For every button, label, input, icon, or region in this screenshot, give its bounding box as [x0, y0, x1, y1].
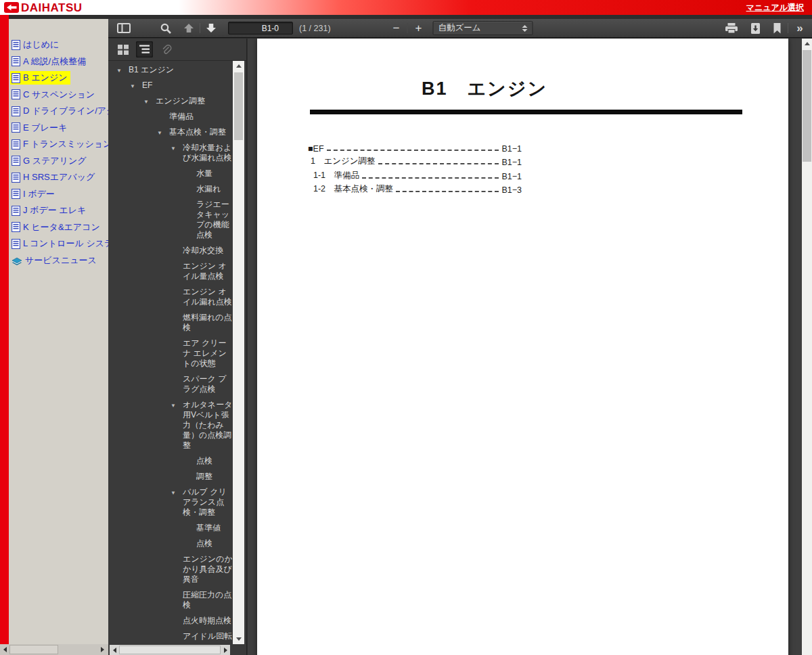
- collapse-triangle-icon[interactable]: ▼: [116, 66, 122, 76]
- scroll-left-icon[interactable]: [0, 644, 9, 655]
- scroll-thumb[interactable]: [119, 646, 221, 654]
- sidebar-item[interactable]: E ブレーキ: [10, 120, 108, 137]
- sidebar-item[interactable]: はじめに: [10, 37, 108, 53]
- scroll-thumb[interactable]: [803, 50, 811, 162]
- sidebar-item[interactable]: H SRSエアバッグ: [10, 169, 108, 186]
- outline-item[interactable]: エンジン オイル漏れ点検: [108, 287, 232, 307]
- sidebar-item-content: L コントロール システム: [10, 237, 108, 250]
- attachments-view-button[interactable]: [158, 41, 175, 58]
- document-page: B1 エンジン ■EFB1−11 エンジン調整B1−11-1 準備品B1−11-…: [257, 39, 788, 655]
- zoom-in-button[interactable]: +: [410, 20, 428, 37]
- sidebar-item[interactable]: B エンジン: [10, 70, 108, 87]
- sidebar-toggle-icon: [117, 23, 131, 33]
- scroll-thumb[interactable]: [234, 72, 243, 140]
- toc-page-number: B1−1: [501, 158, 522, 167]
- outline-item[interactable]: エンジン オイル量点検: [108, 261, 232, 281]
- collapse-triangle-icon[interactable]: ▼: [171, 401, 176, 411]
- sidebar-item[interactable]: L コントロール システム: [10, 235, 108, 252]
- page-number-input[interactable]: [228, 22, 293, 35]
- outline-item-label: エンジン調整: [156, 96, 205, 106]
- sidebar-item[interactable]: G ステアリング: [10, 153, 108, 170]
- outline-vscrollbar[interactable]: [233, 61, 244, 644]
- outline-item[interactable]: エンジンのかかり具合及び異音: [108, 554, 232, 585]
- outline-item-label: 冷却水交換: [183, 246, 223, 255]
- outline-item[interactable]: 準備品: [108, 112, 232, 122]
- doc-title: B1 エンジン: [268, 39, 701, 101]
- outline-item[interactable]: 冷却水交換: [108, 246, 232, 256]
- collapse-triangle-icon[interactable]: ▼: [143, 97, 149, 107]
- sidebar-item[interactable]: I ボデー: [10, 186, 108, 203]
- sidebar-item[interactable]: サービスニュース: [10, 252, 108, 269]
- outline-item[interactable]: ▼バルブ クリアランス点検・調整: [108, 487, 232, 518]
- sidebar-item-label: D ドライブライン/アクスル: [23, 105, 108, 117]
- main-vscrollbar[interactable]: [802, 39, 812, 655]
- outline-item-label: 調整: [196, 472, 212, 481]
- more-tools-button[interactable]: »: [790, 20, 808, 37]
- manual-select-link[interactable]: マニュアル選択: [746, 2, 804, 14]
- scroll-down-icon[interactable]: [233, 634, 244, 644]
- outline-item-label: エンジン オイル漏れ点検: [183, 287, 232, 307]
- scroll-thumb[interactable]: [9, 645, 58, 654]
- download-button[interactable]: [746, 20, 764, 37]
- bookmark-button[interactable]: [768, 20, 786, 37]
- sidebar-item-label: B エンジン: [23, 72, 68, 84]
- sidebar-item-content: H SRSエアバッグ: [10, 171, 97, 184]
- zoom-select[interactable]: 自動ズーム: [433, 21, 533, 35]
- outline-item[interactable]: 水量: [108, 168, 232, 179]
- outline-item[interactable]: 基準値: [108, 523, 232, 533]
- outline-item[interactable]: 点検: [108, 456, 232, 466]
- sidebar-item[interactable]: F トランスミッション: [10, 136, 108, 153]
- outline-item[interactable]: 点検: [108, 539, 232, 549]
- sidebar-item[interactable]: D ドライブライン/アクスル: [10, 103, 108, 120]
- outline-item-label: エア クリーナ エレメントの状態: [183, 338, 227, 368]
- collapse-triangle-icon[interactable]: ▼: [171, 143, 176, 154]
- outline-item[interactable]: 燃料漏れの点検: [108, 313, 232, 333]
- outline-item[interactable]: スパーク プラグ点検: [108, 374, 232, 394]
- document-icon: [12, 139, 20, 150]
- sidebar-item[interactable]: C サスペンション: [10, 87, 108, 104]
- outline-item[interactable]: ▼基本点検・調整: [108, 127, 232, 137]
- outline-hscrollbar[interactable]: [110, 645, 230, 655]
- outline-item[interactable]: ▼冷却水量および水漏れ点検: [108, 143, 232, 163]
- document-icon: [12, 239, 20, 249]
- page-up-button[interactable]: [180, 20, 198, 37]
- scroll-up-icon[interactable]: [233, 61, 244, 71]
- minus-icon: −: [393, 22, 400, 34]
- sidebar-item[interactable]: J ボデー エレキ: [10, 202, 108, 219]
- outline-item[interactable]: 調整: [108, 472, 232, 482]
- collapse-triangle-icon[interactable]: ▼: [157, 128, 162, 138]
- outline-item[interactable]: ▼B1 エンジン: [108, 65, 232, 75]
- collapse-triangle-icon[interactable]: ▼: [171, 488, 176, 498]
- sidebar-hscrollbar[interactable]: [0, 644, 108, 655]
- sidebar-item[interactable]: A 総説/点検整備: [10, 53, 108, 70]
- scroll-right-icon[interactable]: [97, 644, 107, 655]
- search-button[interactable]: [157, 20, 175, 37]
- scroll-right-icon[interactable]: [221, 645, 230, 655]
- sidebar-item[interactable]: K ヒータ&エアコン: [10, 219, 108, 236]
- outline-item[interactable]: ▼EF: [108, 81, 232, 91]
- book-icon: [12, 256, 22, 265]
- select-arrows-icon: [522, 25, 528, 32]
- sidebar-item-label: C サスペンション: [23, 89, 95, 101]
- zoom-out-button[interactable]: −: [388, 20, 405, 37]
- outline-item[interactable]: 点火時期点検: [108, 616, 232, 626]
- scroll-left-icon[interactable]: [110, 645, 119, 655]
- outline-item[interactable]: ▼エンジン調整: [108, 96, 232, 106]
- outline-item[interactable]: 圧縮圧力の点検: [108, 590, 232, 610]
- page-down-button[interactable]: [202, 20, 220, 37]
- outline-item[interactable]: エア クリーナ エレメントの状態: [108, 338, 232, 369]
- outline-item[interactable]: ラジエータキャップの機能点検: [108, 200, 232, 240]
- outline-item-label: エンジン オイル量点検: [183, 261, 227, 281]
- outline-item[interactable]: アイドル回転: [108, 631, 232, 641]
- outline-item[interactable]: 水漏れ: [108, 184, 232, 194]
- collapse-triangle-icon[interactable]: ▼: [130, 81, 135, 91]
- outline-list-icon: [139, 45, 150, 54]
- thumbnails-view-button[interactable]: [114, 41, 131, 58]
- sidebar-toggle-button[interactable]: [115, 20, 133, 37]
- outline-item[interactable]: ▼オルタネータ用Vベルト張力（たわみ量）の点検調整: [108, 400, 232, 451]
- print-button[interactable]: [723, 20, 740, 37]
- outline-item-label: 水量: [196, 168, 212, 178]
- arrow-down-icon: [206, 23, 217, 33]
- scroll-up-icon[interactable]: [802, 39, 812, 49]
- outline-view-button[interactable]: [136, 41, 153, 58]
